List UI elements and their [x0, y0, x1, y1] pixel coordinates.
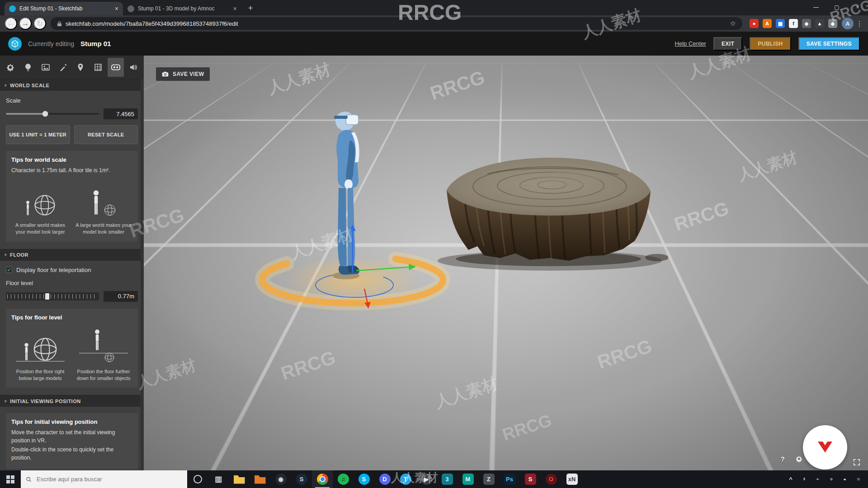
slider-handle[interactable] — [42, 111, 48, 117]
tool-background[interactable] — [38, 58, 54, 77]
person-icon — [93, 329, 101, 352]
pin-icon — [76, 63, 85, 72]
3d-viewport[interactable]: SAVE VIEW ? — [144, 56, 868, 470]
main-area: ▾ WORLD SCALE Scale 7.4565 USE 1 UNIT = … — [0, 56, 868, 470]
floor-level-input[interactable]: 0.77m — [104, 291, 138, 302]
transform-gizmo[interactable] — [307, 222, 438, 312]
search-input[interactable] — [36, 475, 182, 483]
fullscreen-icon — [853, 458, 861, 466]
help-center-link[interactable]: Help Center — [675, 40, 706, 47]
action-center-icon[interactable] — [854, 475, 863, 483]
viewport-help-button[interactable]: ? — [778, 455, 788, 463]
taskbar-app-xnview[interactable]: xN — [561, 470, 582, 488]
tab-model-page[interactable]: Stump 01 - 3D model by Amnoc × — [123, 2, 241, 15]
tool-lighting[interactable] — [20, 58, 37, 77]
taskbar-app-skype[interactable]: S — [354, 470, 374, 488]
publish-button[interactable]: PUBLISH — [750, 37, 791, 51]
brand-logo-button[interactable] — [803, 425, 847, 469]
profile-avatar[interactable]: A — [842, 18, 854, 29]
url-bar[interactable]: sketchfab.com/models/7ba8a78e5f4349d3996… — [51, 17, 742, 30]
taskbar-app-steam[interactable]: S — [291, 470, 312, 488]
taskbar-app-spotify[interactable]: ♫ — [333, 470, 354, 488]
extension-icon-2[interactable]: A — [763, 19, 772, 28]
fullscreen-button[interactable] — [850, 458, 863, 468]
taskbar-app-obs[interactable]: ◉ — [270, 470, 291, 488]
extension-icon-6[interactable]: ▲ — [815, 19, 824, 28]
taskbar-app-cortana[interactable] — [187, 470, 208, 488]
taskbar-app-media-player[interactable]: ▶ — [416, 470, 437, 488]
teleport-floor-checkbox[interactable]: ✓ — [6, 267, 12, 273]
sketchfab-cube-icon — [11, 40, 19, 48]
illustration-caption: A smaller world makes your model look la… — [11, 222, 69, 235]
bookmark-star-icon[interactable]: ☆ — [730, 19, 736, 28]
taskbar-app-file-explorer[interactable] — [229, 470, 250, 488]
taskbar-app-substance[interactable]: S — [520, 470, 541, 488]
reset-scale-button[interactable]: RESET SCALE — [74, 125, 138, 144]
section-floor[interactable]: ▾ FLOOR — [0, 249, 144, 261]
taskbar-app-discord[interactable]: D — [374, 470, 395, 488]
start-button[interactable] — [0, 470, 21, 488]
tips-line: Double-click in the scene to quickly set… — [11, 446, 132, 462]
taskbar-app-maya[interactable]: M — [458, 470, 478, 488]
section-initial-viewing-position[interactable]: ▾ INITIAL VIEWING POSITION — [0, 395, 144, 407]
tool-vr[interactable] — [108, 58, 124, 77]
person-icon — [25, 201, 31, 216]
forward-button[interactable]: → — [19, 17, 32, 30]
save-settings-button[interactable]: SAVE SETTINGS — [798, 37, 860, 51]
tool-annotations[interactable] — [72, 58, 89, 77]
new-tab-button[interactable]: + — [244, 2, 257, 14]
scale-value-input[interactable]: 7.4565 — [104, 108, 138, 119]
exit-button[interactable]: EXIT — [713, 37, 742, 51]
taskbar-app-opera-gx[interactable]: O — [541, 470, 561, 488]
taskbar-app-zbrush[interactable]: Z — [478, 470, 499, 488]
browser-menu-icon[interactable]: ⋮ — [855, 19, 863, 28]
tool-floor-grid[interactable] — [90, 58, 107, 77]
network-icon[interactable] — [827, 475, 835, 483]
section-title: INITIAL VIEWING POSITION — [10, 399, 81, 404]
volume-icon[interactable] — [814, 475, 822, 483]
tab-close-icon[interactable]: × — [115, 5, 118, 12]
extension-icon-1[interactable]: ● — [750, 19, 759, 28]
stump-model[interactable] — [433, 147, 668, 273]
reload-button[interactable]: ↻ — [33, 17, 46, 30]
tab-edit-stump[interactable]: Edit Stump 01 - Sketchfab × — [5, 2, 123, 15]
tool-sound[interactable] — [125, 58, 142, 77]
red-chevron-logo-icon — [811, 433, 840, 462]
onedrive-cloud-icon[interactable] — [841, 475, 849, 483]
taskbar-app-photoshop[interactable]: Ps — [499, 470, 520, 488]
windows-taskbar: ▥◉S♫SDT▶3MZPsSOxN ^ — [0, 470, 868, 488]
sketchfab-logo[interactable] — [8, 37, 22, 51]
tool-post-processing[interactable] — [55, 58, 71, 77]
extension-icon-7[interactable]: ◈ — [828, 19, 837, 28]
taskbar-app-telegram[interactable]: T — [395, 470, 416, 488]
taskbar-app-chrome[interactable] — [312, 470, 333, 488]
illustration-caption: Position the floor further down for smal… — [75, 368, 132, 382]
taskbar-app-3ds-max[interactable]: 3 — [437, 470, 458, 488]
taskbar-search[interactable] — [21, 470, 187, 488]
floor-level-label: Floor level — [6, 280, 138, 286]
extension-icon-5[interactable]: ◆ — [802, 19, 811, 28]
maximize-button[interactable]: ▢ — [826, 0, 847, 14]
section-world-scale[interactable]: ▾ WORLD SCALE — [0, 79, 144, 91]
ruler-marker[interactable] — [45, 293, 49, 300]
microphone-icon[interactable] — [800, 475, 808, 483]
taskbar-app-folder-orange[interactable] — [250, 470, 270, 488]
back-button[interactable]: ← — [5, 17, 17, 30]
tray-expand-icon[interactable]: ^ — [787, 475, 795, 483]
floor-level-slider[interactable] — [6, 292, 99, 300]
scale-slider[interactable] — [6, 113, 99, 115]
minimize-button[interactable]: — — [806, 0, 826, 14]
gear-icon — [795, 455, 803, 463]
save-view-button[interactable]: SAVE VIEW — [156, 67, 210, 81]
tab-close-icon[interactable]: × — [233, 5, 237, 12]
window-close-button[interactable]: × — [847, 0, 868, 14]
taskbar-app-task-view[interactable]: ▥ — [208, 470, 229, 488]
section-title: FLOOR — [10, 252, 28, 258]
tool-scene-settings[interactable] — [2, 58, 19, 77]
viewport-settings-button[interactable] — [793, 455, 806, 465]
tips-title: Tips for initial viewing position — [11, 418, 132, 425]
use-unit-meter-button[interactable]: USE 1 UNIT = 1 METER — [6, 125, 70, 144]
extension-icon-4[interactable]: f — [789, 19, 798, 28]
extension-icon-3[interactable]: ▦ — [776, 19, 785, 28]
header-actions: Help Center EXIT PUBLISH SAVE SETTINGS — [675, 37, 860, 51]
